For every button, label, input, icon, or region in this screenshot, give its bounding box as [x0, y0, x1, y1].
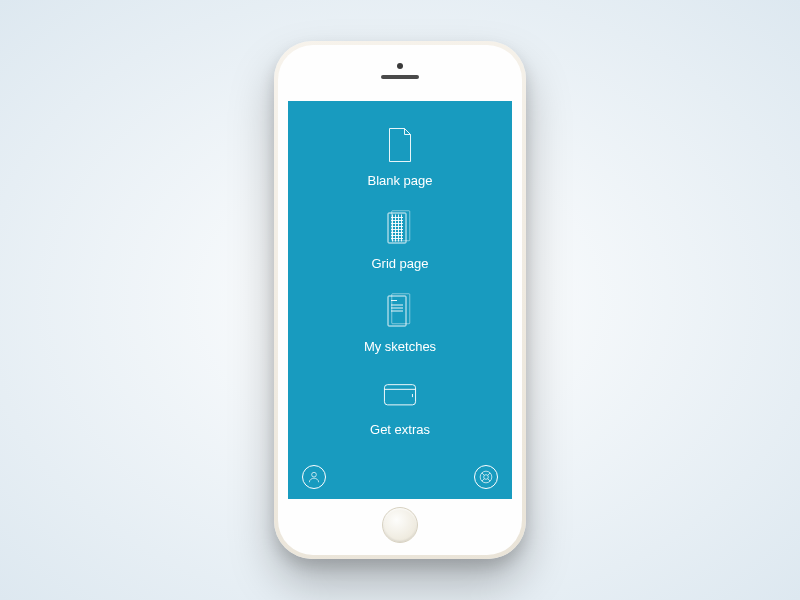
menu-item-label: My sketches — [364, 339, 436, 354]
menu-item-label: Blank page — [367, 173, 432, 188]
menu-item-blank-page[interactable]: Blank page — [367, 123, 432, 188]
home-button[interactable] — [382, 507, 418, 543]
menu-item-label: Get extras — [370, 422, 430, 437]
svg-line-28 — [482, 479, 484, 481]
phone-sensors — [381, 63, 419, 79]
grid-page-icon — [378, 206, 422, 250]
svg-rect-20 — [384, 385, 415, 405]
profile-button[interactable] — [302, 465, 326, 489]
app-screen: Blank page — [288, 101, 512, 499]
menu-item-grid-page[interactable]: Grid page — [371, 206, 428, 271]
speaker-icon — [381, 75, 419, 79]
svg-rect-1 — [392, 211, 410, 241]
extras-icon — [378, 372, 422, 416]
phone-body: Blank page — [278, 45, 522, 555]
sketches-icon — [378, 289, 422, 333]
help-button[interactable] — [474, 465, 498, 489]
svg-point-24 — [480, 471, 492, 483]
phone-frame: Blank page — [274, 41, 526, 559]
svg-line-29 — [488, 479, 490, 481]
svg-line-27 — [488, 473, 490, 475]
footer-bar — [288, 465, 512, 489]
profile-icon — [307, 470, 321, 484]
svg-rect-15 — [392, 294, 410, 324]
help-icon — [479, 470, 493, 484]
menu-item-get-extras[interactable]: Get extras — [370, 372, 430, 437]
svg-point-25 — [484, 475, 489, 480]
blank-page-icon — [378, 123, 422, 167]
svg-point-23 — [312, 472, 317, 477]
menu-item-label: Grid page — [371, 256, 428, 271]
menu-item-my-sketches[interactable]: My sketches — [364, 289, 436, 354]
svg-line-26 — [482, 473, 484, 475]
camera-icon — [397, 63, 403, 69]
main-menu: Blank page — [288, 123, 512, 437]
